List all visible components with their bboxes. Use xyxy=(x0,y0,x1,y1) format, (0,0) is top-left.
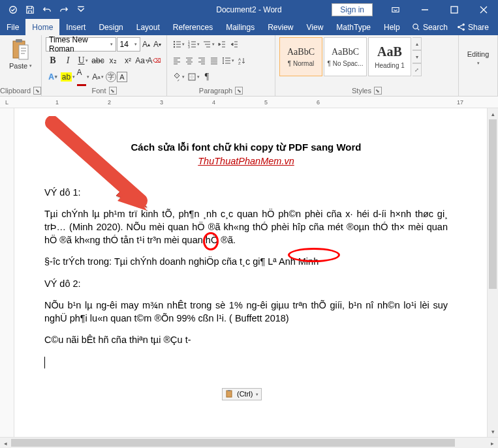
tab-design[interactable]: Design xyxy=(92,19,129,35)
clipboard-icon xyxy=(225,389,234,398)
search-button[interactable]: Search xyxy=(412,23,448,32)
svg-rect-9 xyxy=(19,45,28,59)
align-left-icon[interactable] xyxy=(171,53,183,68)
svg-text:Z: Z xyxy=(238,61,241,65)
minimize-icon[interactable] xyxy=(410,0,439,19)
decrease-font-icon[interactable]: A▾ xyxy=(152,37,163,52)
bullets-icon[interactable]: ▾ xyxy=(171,37,185,52)
style-scroll-up[interactable]: ▴ xyxy=(412,37,422,50)
underline-button[interactable]: U▾ xyxy=(76,53,90,68)
character-border-icon[interactable]: A xyxy=(117,72,127,82)
clear-formatting-icon[interactable]: A⌫ xyxy=(148,53,160,68)
svg-point-10 xyxy=(173,41,174,42)
borders-icon[interactable]: ▾ xyxy=(186,70,200,84)
share-button[interactable]: Share xyxy=(457,23,489,32)
line-spacing-icon[interactable]: ▾ xyxy=(221,53,235,68)
show-hide-icon[interactable]: ¶ xyxy=(201,70,213,84)
subscript-button[interactable]: x₂ xyxy=(106,53,120,68)
scroll-thumb-h[interactable] xyxy=(11,439,455,447)
svg-point-11 xyxy=(173,44,174,45)
editing-dropdown[interactable]: Editing▾ xyxy=(467,37,490,66)
vertical-ruler[interactable] xyxy=(0,108,14,437)
autosave-icon[interactable] xyxy=(5,3,21,17)
svg-point-6 xyxy=(463,29,465,31)
text-effects-button[interactable]: A▾ xyxy=(46,70,60,84)
scroll-right-icon[interactable]: ▸ xyxy=(487,438,498,448)
multilevel-list-icon[interactable]: ▾ xyxy=(201,37,215,52)
close-icon[interactable] xyxy=(469,0,498,19)
paste-options-badge[interactable]: (Ctrl)▾ xyxy=(222,388,262,400)
undo-icon[interactable] xyxy=(39,3,55,17)
align-justify-icon[interactable] xyxy=(208,53,220,68)
tab-review[interactable]: Review xyxy=(261,19,300,35)
tab-view[interactable]: View xyxy=(300,19,330,35)
numbering-icon[interactable]: 123▾ xyxy=(186,37,200,52)
strikethrough-button[interactable]: abc xyxy=(91,53,105,68)
sort-icon[interactable]: AZ xyxy=(236,53,247,68)
clipboard-label: Clipboard xyxy=(0,87,31,95)
svg-rect-8 xyxy=(16,39,22,42)
redo-icon[interactable] xyxy=(56,3,72,17)
style-expand[interactable]: ⤢ xyxy=(412,63,422,76)
paragraph-dialog-launcher[interactable]: ⬊ xyxy=(235,87,243,95)
save-icon[interactable] xyxy=(22,3,38,17)
font-size-combo[interactable]: 14▾ xyxy=(117,37,141,52)
decrease-indent-icon[interactable] xyxy=(216,37,228,52)
align-right-icon[interactable] xyxy=(196,53,208,68)
doc-paragraph: Tµi chÝnh lµ ph¹m trï kinh tÕ, ph¶n ¸nh … xyxy=(44,208,448,246)
bold-button[interactable]: B xyxy=(46,53,60,68)
horizontal-scrollbar[interactable]: ◂ ▸ xyxy=(0,437,498,448)
font-name-combo[interactable]: Times New Roman▾ xyxy=(46,37,116,52)
ribbon-display-icon[interactable] xyxy=(381,0,410,19)
doc-paragraph: VÝ dô 1: xyxy=(44,187,448,200)
qat-dropdown-icon[interactable] xyxy=(73,3,89,17)
increase-font-icon[interactable]: A▴ xyxy=(141,37,151,52)
paste-button[interactable]: Paste▾ xyxy=(7,37,35,71)
tab-help[interactable]: Help xyxy=(377,19,407,35)
scroll-thumb-v[interactable] xyxy=(489,119,497,289)
svg-rect-20 xyxy=(228,390,230,391)
doc-subtitle: ThuThuatPhanMem.vn xyxy=(44,155,448,168)
styles-dialog-launcher[interactable]: ⬊ xyxy=(374,87,382,95)
horizontal-ruler[interactable]: L 123 456 17 xyxy=(0,97,498,108)
align-center-icon[interactable] xyxy=(183,53,195,68)
tab-layout[interactable]: Layout xyxy=(130,19,166,35)
maximize-icon[interactable] xyxy=(439,0,469,19)
doc-paragraph: VÝ dô 2: xyxy=(44,278,448,291)
tab-home[interactable]: Home xyxy=(25,19,59,35)
tab-file[interactable]: File xyxy=(0,19,25,35)
style-normal[interactable]: AaBbC¶ Normal xyxy=(279,37,322,76)
character-shading-icon[interactable]: Aa▾ xyxy=(91,70,105,84)
doc-title: Cách sửa lỗi font chữ khi copy từ PDF sa… xyxy=(44,141,448,154)
enclose-char-icon[interactable]: 字 xyxy=(106,72,116,82)
tab-mailings[interactable]: Mailings xyxy=(219,19,261,35)
scroll-up-icon[interactable]: ▴ xyxy=(488,108,498,119)
svg-rect-19 xyxy=(226,391,232,397)
italic-button[interactable]: I xyxy=(61,53,75,68)
highlight-button[interactable]: ab▾ xyxy=(61,70,75,84)
font-color-button[interactable]: A▾ xyxy=(76,70,90,84)
doc-paragraph: C©u nãi bÊt hñ cña thiªn tµi ®Çu t- xyxy=(44,334,448,347)
shading-icon[interactable]: ▾ xyxy=(171,70,185,84)
superscript-button[interactable]: x² xyxy=(121,53,135,68)
font-dialog-launcher[interactable]: ⬊ xyxy=(109,87,117,95)
doc-paragraph: §-îc trÝch trong: Tµi chÝnh doanh nghiÖp… xyxy=(44,256,448,269)
clipboard-dialog-launcher[interactable]: ⬊ xyxy=(33,87,41,95)
vertical-scrollbar[interactable]: ▴ ▾ xyxy=(487,108,498,437)
style-no-spacing[interactable]: AaBbC¶ No Spac... xyxy=(324,37,367,76)
scroll-down-icon[interactable]: ▾ xyxy=(488,426,498,437)
paste-icon xyxy=(10,38,30,61)
increase-indent-icon[interactable] xyxy=(228,37,240,52)
styles-label: Styles xyxy=(352,87,371,95)
tab-mathtype[interactable]: MathType xyxy=(330,19,377,35)
document-area[interactable]: Cách sửa lỗi font chữ khi copy từ PDF sa… xyxy=(14,108,487,437)
scroll-left-icon[interactable]: ◂ xyxy=(0,438,11,448)
change-case-button[interactable]: Aa▾ xyxy=(136,53,148,68)
tab-insert[interactable]: Insert xyxy=(59,19,92,35)
svg-point-5 xyxy=(463,23,465,25)
tab-references[interactable]: References xyxy=(166,19,219,35)
style-heading1[interactable]: AaBHeading 1 xyxy=(368,37,411,76)
style-scroll-down[interactable]: ▾ xyxy=(412,50,422,63)
font-label: Font xyxy=(91,87,106,95)
sign-in-button[interactable]: Sign in xyxy=(332,3,373,16)
